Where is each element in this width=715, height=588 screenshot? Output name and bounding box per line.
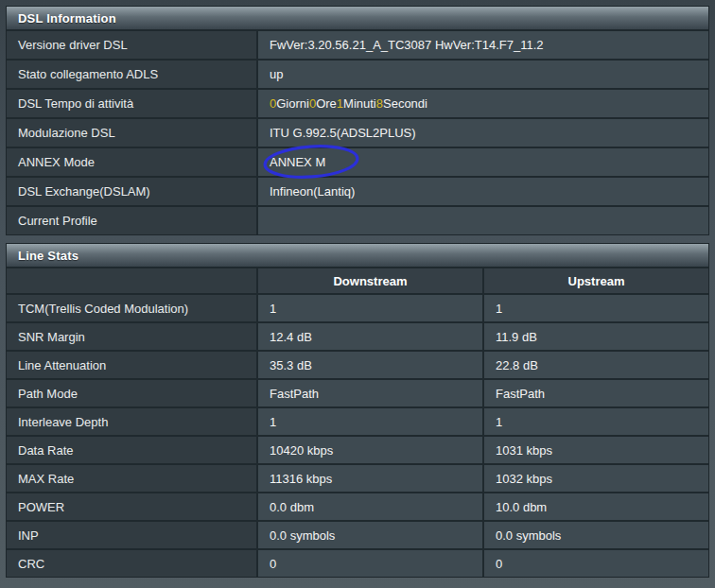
row-label: Stato collegamento ADLS	[7, 61, 256, 88]
table-row: DSL Exchange(DSLAM) Infineon(Lantiq)	[7, 178, 708, 205]
uptime-hours-value: 0	[309, 96, 316, 111]
dsl-information-section: DSL Information Versione driver DSL FwVe…	[6, 6, 709, 235]
max-rate-downstream: 11316 kbps	[258, 465, 482, 492]
power-upstream: 10.0 dbm	[484, 493, 708, 520]
inp-downstream: 0.0 symbols	[258, 522, 482, 548]
table-row: TCM(Trellis Coded Modulation) 1 1	[7, 295, 708, 321]
table-row: Versione driver DSL FwVer:3.20.56.21_A_T…	[7, 31, 708, 59]
crc-upstream: 0	[484, 550, 708, 577]
row-label: CRC	[7, 550, 256, 577]
section-title: Line Stats	[18, 249, 78, 263]
row-label: MAX Rate	[7, 465, 256, 492]
table-row: Data Rate 10420 kbps 1031 kbps	[7, 437, 708, 463]
column-header-downstream: Downstream	[258, 268, 482, 293]
interleave-depth-downstream: 1	[258, 408, 482, 435]
row-value-adsl-link-status: up	[258, 61, 708, 88]
dsl-information-header: DSL Information	[7, 7, 708, 29]
interleave-depth-upstream: 1	[484, 408, 708, 435]
uptime-minutes-value: 1	[337, 96, 343, 111]
snr-margin-upstream: 11.9 dB	[484, 323, 708, 350]
uptime-hours-label: Ore	[316, 96, 337, 111]
row-label: SNR Margin	[7, 323, 256, 350]
table-row: POWER 0.0 dbm 10.0 dbm	[7, 493, 708, 520]
row-label: Path Mode	[7, 380, 256, 406]
table-row: SNR Margin 12.4 dB 11.9 dB	[7, 323, 708, 350]
table-row: Interleave Depth 1 1	[7, 408, 708, 435]
column-header-row: Downstream Upstream	[7, 268, 708, 293]
uptime-days-value: 0	[270, 96, 276, 111]
row-value-current-profile	[258, 207, 708, 234]
path-mode-upstream: FastPath	[484, 380, 708, 406]
section-title: DSL Information	[18, 11, 116, 26]
inp-upstream: 0.0 symbols	[484, 522, 708, 548]
table-row: Path Mode FastPath FastPath	[7, 380, 708, 406]
row-label: Data Rate	[7, 437, 256, 463]
table-row: Line Attenuation 35.3 dB 22.8 dB	[7, 352, 708, 378]
table-row: ANNEX Mode ANNEX M	[7, 148, 708, 176]
column-header-empty	[7, 268, 256, 293]
line-stats-header: Line Stats	[7, 244, 708, 267]
row-value-dsl-uptime: 0 Giorni 0 Ore 1 Minuti 8 Secondi	[258, 90, 708, 117]
row-label: DSL Exchange(DSLAM)	[7, 178, 256, 205]
row-value-dsl-driver-version: FwVer:3.20.56.21_A_TC3087 HwVer:T14.F7_1…	[258, 31, 708, 59]
row-label: Modulazione DSL	[7, 119, 256, 147]
row-label: DSL Tempo di attività	[7, 90, 256, 117]
table-row: Current Profile	[7, 207, 708, 234]
tcm-downstream: 1	[258, 295, 482, 321]
row-label: Line Attenuation	[7, 352, 256, 378]
power-downstream: 0.0 dbm	[258, 493, 482, 520]
crc-downstream: 0	[258, 550, 482, 577]
column-header-upstream: Upstream	[484, 268, 708, 293]
table-row: Stato collegamento ADLS up	[7, 61, 708, 88]
line-attenuation-upstream: 22.8 dB	[484, 352, 708, 378]
tcm-upstream: 1	[484, 295, 708, 321]
uptime-seconds-value: 8	[376, 96, 383, 111]
table-row: MAX Rate 11316 kbps 1032 kbps	[7, 465, 708, 492]
uptime-seconds-label: Secondi	[383, 96, 427, 111]
row-label: Interleave Depth	[7, 408, 256, 435]
row-value-annex-mode: ANNEX M	[258, 148, 708, 176]
row-label: Current Profile	[7, 207, 256, 234]
table-row: CRC 0 0	[7, 550, 708, 577]
annex-mode-value: ANNEX M	[270, 155, 325, 169]
table-row: INP 0.0 symbols 0.0 symbols	[7, 522, 708, 548]
data-rate-upstream: 1031 kbps	[484, 437, 708, 463]
snr-margin-downstream: 12.4 dB	[258, 323, 482, 350]
table-row: DSL Tempo di attività 0 Giorni 0 Ore 1 M…	[7, 90, 708, 117]
row-label: TCM(Trellis Coded Modulation)	[7, 295, 256, 321]
row-label: INP	[7, 522, 256, 548]
row-value-dsl-modulation: ITU G.992.5(ADSL2PLUS)	[258, 119, 708, 147]
line-attenuation-downstream: 35.3 dB	[258, 352, 482, 378]
row-label: Versione driver DSL	[7, 31, 256, 59]
path-mode-downstream: FastPath	[258, 380, 482, 406]
uptime-days-label: Giorni	[276, 96, 309, 111]
row-label: POWER	[7, 493, 256, 520]
data-rate-downstream: 10420 kbps	[258, 437, 482, 463]
table-row: Modulazione DSL ITU G.992.5(ADSL2PLUS)	[7, 119, 708, 147]
uptime-minutes-label: Minuti	[343, 96, 376, 111]
row-label: ANNEX Mode	[7, 148, 256, 176]
max-rate-upstream: 1032 kbps	[484, 465, 708, 492]
line-stats-section: Line Stats Downstream Upstream TCM(Trell…	[6, 243, 709, 578]
row-value-dslam: Infineon(Lantiq)	[258, 178, 708, 205]
